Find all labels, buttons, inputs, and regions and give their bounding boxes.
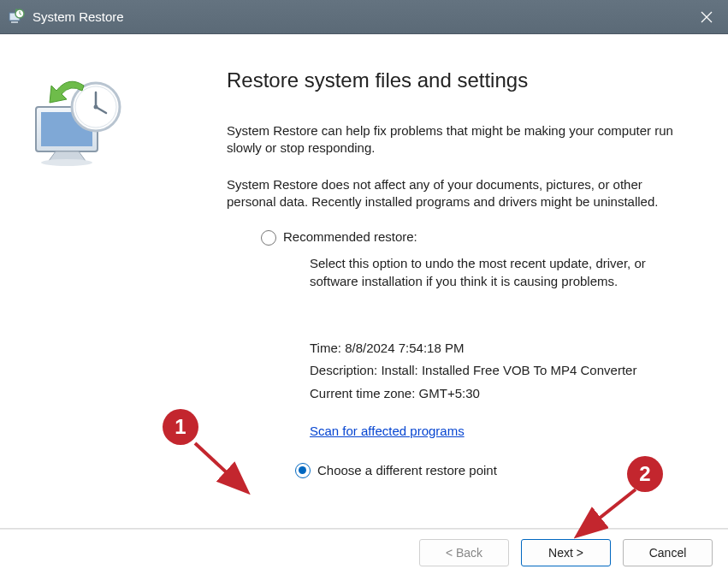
page-heading: Restore system files and settings bbox=[227, 68, 694, 92]
choose-different-label: Choose a different restore point bbox=[317, 463, 497, 477]
recommended-restore-label: Recommended restore: bbox=[283, 229, 417, 244]
system-restore-icon bbox=[7, 8, 26, 27]
annotation-badge-2: 2 bbox=[627, 456, 663, 492]
content-area: Restore system files and settings System… bbox=[0, 34, 728, 529]
annotation-badge-1: 1 bbox=[163, 409, 198, 445]
recommended-restore-option[interactable]: Recommended restore: bbox=[261, 229, 694, 246]
close-button[interactable] bbox=[685, 0, 728, 34]
close-icon bbox=[701, 11, 713, 23]
svg-rect-1 bbox=[11, 21, 18, 23]
next-button[interactable]: Next > bbox=[521, 539, 611, 566]
svg-point-5 bbox=[41, 159, 92, 166]
recommended-restore-description: Select this option to undo the most rece… bbox=[310, 254, 694, 290]
intro-paragraph-1: System Restore can help fix problems tha… bbox=[227, 122, 694, 157]
restore-point-details: Time: 8/8/2024 7:54:18 PM Description: I… bbox=[310, 337, 694, 405]
scan-link-row: Scan for affected programs bbox=[310, 424, 694, 438]
detail-description: Description: Install: Installed Free VOB… bbox=[310, 359, 694, 382]
window-title: System Restore bbox=[33, 9, 685, 24]
svg-point-10 bbox=[94, 105, 98, 110]
restore-options: Recommended restore: Select this option … bbox=[261, 229, 694, 478]
back-button: < Back bbox=[419, 539, 509, 566]
wizard-button-bar: < Back Next > Cancel bbox=[0, 529, 728, 575]
scan-affected-programs-link[interactable]: Scan for affected programs bbox=[310, 424, 465, 438]
svg-line-12 bbox=[582, 489, 636, 532]
main-panel: Restore system files and settings System… bbox=[227, 68, 694, 478]
intro-paragraph-2: System Restore does not affect any of yo… bbox=[227, 176, 694, 211]
detail-time: Time: 8/8/2024 7:54:18 PM bbox=[310, 337, 694, 359]
radio-unselected-icon bbox=[261, 230, 276, 246]
titlebar: System Restore bbox=[0, 0, 728, 34]
radio-selected-icon bbox=[295, 463, 311, 478]
detail-timezone: Current time zone: GMT+5:30 bbox=[310, 382, 694, 405]
cancel-button[interactable]: Cancel bbox=[623, 539, 713, 566]
wizard-graphic bbox=[17, 77, 145, 182]
